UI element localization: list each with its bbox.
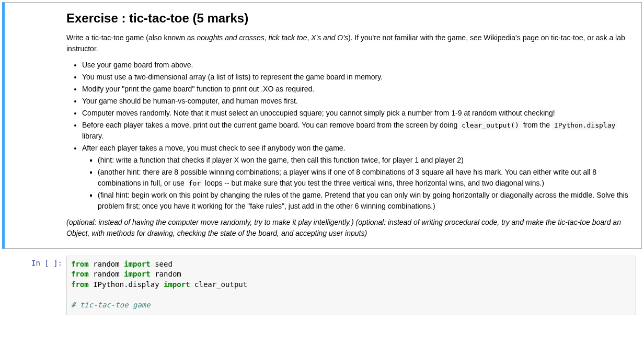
- optional-paragraph: (optional: instead of having the compute…: [66, 217, 635, 239]
- list-item: You must use a two-dimensional array (a …: [82, 72, 635, 83]
- requirements-list: Use your game board from above. You must…: [66, 60, 635, 212]
- list-item: Your game should be human-vs-computer, a…: [82, 96, 635, 107]
- markdown-cell[interactable]: Exercise : tic-tac-toe (5 marks) Write a…: [2, 2, 642, 249]
- text: ,: [264, 33, 269, 42]
- comment: # tic-tac-toe game: [71, 301, 151, 309]
- text: After each player takes a move, you must…: [82, 144, 346, 152]
- text: Write a tic-tac-toe game (also known as: [66, 33, 197, 42]
- list-item: Computer moves randomly. Note that it mu…: [82, 108, 635, 119]
- italic-text: X's and O's: [311, 33, 348, 42]
- list-item: (another hint: there are 8 possible winn…: [98, 167, 635, 189]
- text: random: [151, 270, 181, 278]
- keyword-from: from: [71, 260, 89, 268]
- keyword-import: import: [164, 280, 190, 289]
- italic-text: tick tack toe: [269, 33, 307, 42]
- inline-code: IPython.display: [552, 121, 617, 130]
- markdown-content: Exercise : tic-tac-toe (5 marks) Write a…: [66, 3, 641, 248]
- keyword-from: from: [71, 280, 89, 289]
- keyword-from: from: [71, 270, 89, 278]
- list-item: After each player takes a move, you must…: [82, 143, 635, 212]
- keyword-import: import: [124, 270, 151, 278]
- code-input[interactable]: from random import seed from random impo…: [66, 256, 636, 315]
- keyword-import: import: [124, 260, 151, 268]
- text: clear_output: [190, 280, 248, 289]
- text: random: [89, 270, 124, 278]
- list-item: Modify your "print the game board" funct…: [82, 84, 635, 95]
- list-item: Before each player takes a move, print o…: [82, 120, 635, 142]
- code-prompt: In [ ]:: [3, 256, 66, 315]
- markdown-prompt: [5, 3, 66, 248]
- notebook: Exercise : tic-tac-toe (5 marks) Write a…: [0, 0, 644, 320]
- text: library.: [82, 132, 104, 140]
- inline-code: for: [187, 179, 203, 188]
- text: random: [89, 260, 124, 268]
- italic-text: noughts and crosses: [197, 33, 264, 42]
- text: IPython.display: [89, 280, 164, 289]
- intro-paragraph: Write a tic-tac-toe game (also known as …: [66, 32, 635, 54]
- text: from the: [521, 121, 552, 129]
- code-cell[interactable]: In [ ]: from random import seed from ran…: [2, 253, 642, 318]
- text: Before each player takes a move, print o…: [82, 121, 459, 129]
- list-item: (hint: write a function that checks if p…: [98, 155, 635, 166]
- inline-code: clear_output(): [459, 121, 521, 130]
- exercise-heading: Exercise : tic-tac-toe (5 marks): [66, 11, 635, 26]
- italic-text: (optional: instead of having the compute…: [66, 218, 621, 237]
- hints-list: (hint: write a function that checks if p…: [82, 155, 635, 212]
- text: seed: [151, 260, 172, 268]
- list-item: (final hint: begin work on this point by…: [98, 190, 635, 212]
- list-item: Use your game board from above.: [82, 60, 635, 71]
- text: loops -- but make sure that you test the…: [203, 179, 544, 187]
